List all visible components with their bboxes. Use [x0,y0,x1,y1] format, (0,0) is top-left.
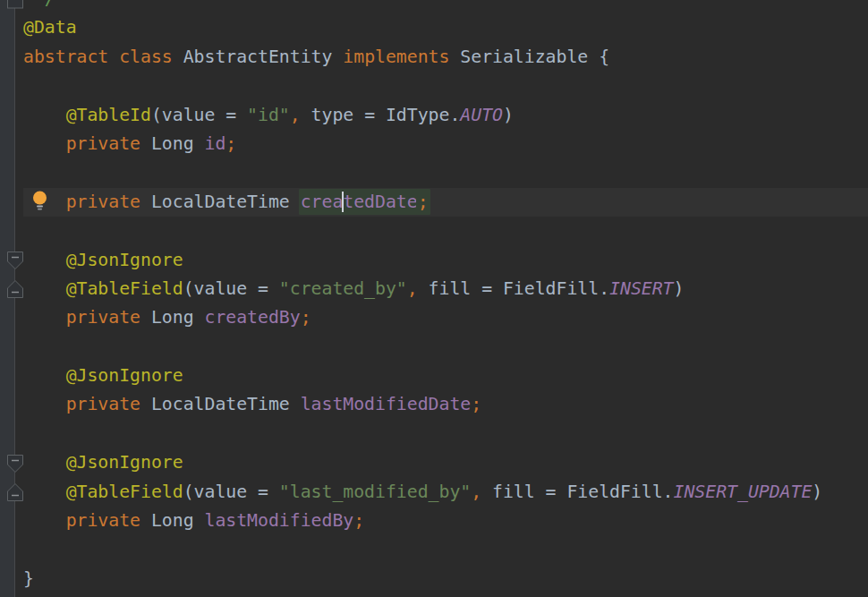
editor-gutter [0,0,15,597]
code-line[interactable]: @TableField(value = "last_modified_by", … [23,478,868,507]
fold-collapse-start-icon[interactable] [6,454,24,473]
code-token: id [204,133,226,154]
code-token [23,452,66,473]
code-token: @JsonIgnore [66,452,183,473]
intention-bulb-icon[interactable] [32,190,47,213]
code-token: (value = [151,105,247,125]
code-token: Serializable { [449,47,609,67]
code-token: private [66,394,140,414]
code-line[interactable]: private Long id; [23,130,868,158]
code-line[interactable]: private Long createdBy; [23,303,868,332]
code-token: */ [23,0,55,9]
code-token: ; [301,307,311,328]
code-token: @TableId [66,105,151,125]
code-line[interactable] [23,420,868,448]
code-line[interactable]: @TableId(value = "id", type = IdType.AUT… [23,101,868,130]
code-token [23,133,66,154]
code-line[interactable]: abstract class AbstractEntity implements… [23,43,868,72]
code-token: (value = [183,482,279,502]
code-token: createdBy [204,307,300,328]
code-token: , [290,105,301,125]
code-token: @TableField [66,482,183,502]
code-line-current[interactable]: private LocalDateTime createdDate; [23,188,868,217]
code-line[interactable]: */ [23,0,868,13]
code-token: private [66,133,140,154]
code-token: , [471,482,481,502]
code-token: INSERT_UPDATE [674,482,813,502]
text-caret [342,192,344,212]
code-token: ; [353,510,364,531]
code-line[interactable]: @JsonIgnore [23,246,868,275]
code-token [23,510,66,531]
code-line[interactable] [23,535,868,564]
code-line[interactable] [23,158,868,187]
fold-collapse-start-icon[interactable] [6,251,24,270]
code-token [23,250,66,270]
code-token: lastModifiedBy [204,510,353,531]
code-token: lastModifiedDate [301,394,472,414]
code-token: fill = FieldFill. [481,482,673,502]
code-token: private [66,510,140,531]
code-line[interactable] [23,72,868,100]
code-token [23,482,66,502]
code-token: ) [674,278,685,299]
fold-collapse-end-icon[interactable] [6,279,24,299]
code-token: AbstractEntity [173,47,344,67]
code-token [108,47,119,67]
code-token: @JsonIgnore [66,365,183,386]
code-token: type = IdType. [301,105,461,125]
code-token: LocalDateTime [140,192,301,212]
code-token: implements [343,47,449,67]
code-token: ) [503,105,514,125]
code-token: Long [140,307,204,328]
code-token: ; [471,394,481,414]
code-token: Long [140,510,204,531]
code-lines: */@Dataabstract class AbstractEntity imp… [23,0,868,593]
fold-collapse-end-icon[interactable] [6,482,24,502]
code-token [23,105,66,125]
code-token: @TableField [66,278,183,299]
code-line[interactable]: private LocalDateTime lastModifiedDate; [23,390,868,419]
code-token [23,307,66,328]
code-token: AUTO [460,105,503,125]
code-token: fill = FieldFill. [418,278,609,299]
code-token: @JsonIgnore [66,250,183,270]
code-token: abstract [23,47,108,67]
code-line[interactable]: @JsonIgnore [23,448,868,477]
code-token: (value = [183,278,279,299]
code-token: , [407,278,418,299]
code-token: LocalDateTime [140,394,301,414]
code-token: INSERT [609,278,673,299]
code-token: Long [140,133,204,154]
code-line[interactable] [23,217,868,245]
code-token [23,365,66,386]
code-token [23,394,66,414]
code-line[interactable]: @TableField(value = "created_by", fill =… [23,275,868,303]
code-line[interactable]: @Data [23,13,868,42]
code-token [23,278,66,299]
code-token: } [23,568,34,589]
identifier-under-caret: createdDate [299,189,420,215]
code-token: ) [812,482,822,502]
identifier-under-caret: ; [416,189,430,215]
code-line[interactable]: @JsonIgnore [23,362,868,390]
code-line[interactable] [23,333,868,362]
code-token: private [66,192,140,212]
code-editor[interactable]: */@Dataabstract class AbstractEntity imp… [0,0,868,597]
code-token: "id" [247,105,290,125]
code-token: ; [226,133,236,154]
fold-region-marker-icon[interactable] [6,0,24,10]
code-token: private [66,307,140,328]
code-token: "last_modified_by" [279,482,471,502]
code-token: class [119,47,173,67]
code-token: @Data [23,17,77,38]
code-line[interactable]: private Long lastModifiedBy; [23,507,868,535]
code-token: "created_by" [279,278,407,299]
code-line[interactable]: } [23,565,868,593]
